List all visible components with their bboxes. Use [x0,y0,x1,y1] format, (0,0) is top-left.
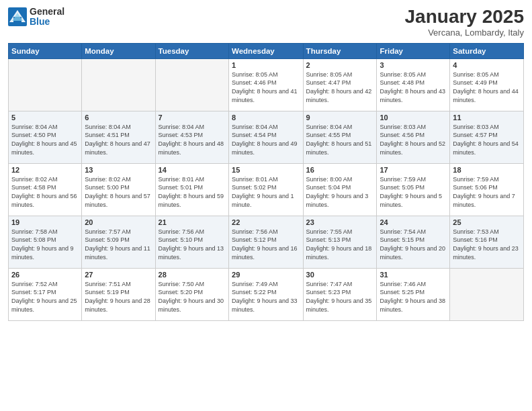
day-number: 28 [159,271,226,279]
table-cell: 29Sunrise: 7:49 AM Sunset: 5:22 PM Dayli… [229,268,304,320]
table-cell: 28Sunrise: 7:50 AM Sunset: 5:20 PM Dayli… [155,268,228,320]
day-number: 18 [453,166,521,174]
table-cell: 21Sunrise: 7:56 AM Sunset: 5:10 PM Dayli… [155,216,228,268]
day-info: Sunrise: 7:49 AM Sunset: 5:22 PM Dayligh… [232,280,300,314]
day-info: Sunrise: 8:05 AM Sunset: 4:46 PM Dayligh… [232,71,300,104]
day-number: 2 [306,61,374,69]
day-info: Sunrise: 7:55 AM Sunset: 5:13 PM Dayligh… [306,228,374,261]
day-number: 19 [11,218,79,226]
day-info: Sunrise: 7:59 AM Sunset: 5:05 PM Dayligh… [380,175,447,209]
day-number: 11 [453,113,521,122]
logo: General Blue [8,7,64,28]
table-cell: 11Sunrise: 8:03 AM Sunset: 4:57 PM Dayli… [450,111,524,163]
day-number: 31 [380,271,447,279]
logo-icon [8,7,27,26]
day-info: Sunrise: 8:05 AM Sunset: 4:47 PM Dayligh… [306,71,374,104]
header-friday: Friday [377,43,450,58]
day-info: Sunrise: 8:04 AM Sunset: 4:51 PM Dayligh… [85,123,152,156]
day-number: 8 [232,113,300,122]
day-number: 4 [453,61,521,69]
table-cell: 1Sunrise: 8:05 AM Sunset: 4:46 PM Daylig… [229,58,304,111]
table-cell: 31Sunrise: 7:46 AM Sunset: 5:25 PM Dayli… [377,268,450,320]
logo-text: General Blue [30,7,64,28]
title-block: January 2025 Vercana, Lombardy, Italy [405,7,524,38]
day-number: 13 [85,166,152,174]
day-info: Sunrise: 7:57 AM Sunset: 5:09 PM Dayligh… [85,228,152,261]
table-cell: 23Sunrise: 7:55 AM Sunset: 5:13 PM Dayli… [303,216,377,268]
calendar-table: Sunday Monday Tuesday Wednesday Thursday… [8,43,524,321]
day-info: Sunrise: 7:53 AM Sunset: 5:16 PM Dayligh… [453,228,521,261]
table-cell [9,58,82,111]
header-saturday: Saturday [450,43,524,58]
week-row-3: 12Sunrise: 8:02 AM Sunset: 4:58 PM Dayli… [9,163,524,216]
day-info: Sunrise: 8:04 AM Sunset: 4:55 PM Dayligh… [306,123,374,156]
table-cell: 4Sunrise: 8:05 AM Sunset: 4:49 PM Daylig… [450,58,524,111]
table-cell: 30Sunrise: 7:47 AM Sunset: 5:23 PM Dayli… [303,268,377,320]
day-number: 20 [85,218,152,226]
table-cell: 17Sunrise: 7:59 AM Sunset: 5:05 PM Dayli… [377,163,450,216]
header-wednesday: Wednesday [229,43,304,58]
day-number: 30 [306,271,374,279]
day-info: Sunrise: 7:46 AM Sunset: 5:25 PM Dayligh… [380,280,447,314]
day-info: Sunrise: 8:00 AM Sunset: 5:04 PM Dayligh… [306,175,374,209]
day-info: Sunrise: 8:03 AM Sunset: 4:57 PM Dayligh… [453,123,521,156]
weekday-header-row: Sunday Monday Tuesday Wednesday Thursday… [9,43,524,58]
day-number: 21 [159,218,226,226]
table-cell: 12Sunrise: 8:02 AM Sunset: 4:58 PM Dayli… [9,163,82,216]
week-row-2: 5Sunrise: 8:04 AM Sunset: 4:50 PM Daylig… [9,111,524,163]
table-cell: 25Sunrise: 7:53 AM Sunset: 5:16 PM Dayli… [450,216,524,268]
header-tuesday: Tuesday [155,43,228,58]
day-info: Sunrise: 7:56 AM Sunset: 5:10 PM Dayligh… [159,228,226,261]
table-cell: 20Sunrise: 7:57 AM Sunset: 5:09 PM Dayli… [82,216,155,268]
week-row-5: 26Sunrise: 7:52 AM Sunset: 5:17 PM Dayli… [9,268,524,320]
day-number: 15 [232,166,300,174]
table-cell: 10Sunrise: 8:03 AM Sunset: 4:56 PM Dayli… [377,111,450,163]
day-info: Sunrise: 7:52 AM Sunset: 5:17 PM Dayligh… [11,280,79,314]
day-number: 17 [380,166,447,174]
day-number: 3 [380,61,447,69]
day-info: Sunrise: 8:03 AM Sunset: 4:56 PM Dayligh… [380,123,447,156]
day-info: Sunrise: 8:02 AM Sunset: 4:58 PM Dayligh… [11,175,79,209]
day-info: Sunrise: 8:01 AM Sunset: 5:01 PM Dayligh… [159,175,226,209]
table-cell: 18Sunrise: 7:59 AM Sunset: 5:06 PM Dayli… [450,163,524,216]
day-number: 24 [380,218,447,226]
day-number: 26 [11,271,79,279]
day-number: 1 [232,61,300,69]
day-info: Sunrise: 8:04 AM Sunset: 4:50 PM Dayligh… [11,123,79,156]
day-info: Sunrise: 8:05 AM Sunset: 4:48 PM Dayligh… [380,71,447,104]
day-number: 22 [232,218,300,226]
header-thursday: Thursday [303,43,377,58]
day-number: 29 [232,271,300,279]
table-cell: 22Sunrise: 7:56 AM Sunset: 5:12 PM Dayli… [229,216,304,268]
day-number: 9 [306,113,374,122]
table-cell: 3Sunrise: 8:05 AM Sunset: 4:48 PM Daylig… [377,58,450,111]
table-cell: 5Sunrise: 8:04 AM Sunset: 4:50 PM Daylig… [9,111,82,163]
logo-general: General [30,7,64,17]
table-cell: 16Sunrise: 8:00 AM Sunset: 5:04 PM Dayli… [303,163,377,216]
table-cell: 14Sunrise: 8:01 AM Sunset: 5:01 PM Dayli… [155,163,228,216]
location: Vercana, Lombardy, Italy [405,28,524,38]
day-info: Sunrise: 7:47 AM Sunset: 5:23 PM Dayligh… [306,280,374,314]
table-cell: 26Sunrise: 7:52 AM Sunset: 5:17 PM Dayli… [9,268,82,320]
week-row-1: 1Sunrise: 8:05 AM Sunset: 4:46 PM Daylig… [9,58,524,111]
day-number: 16 [306,166,374,174]
day-number: 23 [306,218,374,226]
day-number: 7 [159,113,226,122]
table-cell: 19Sunrise: 7:58 AM Sunset: 5:08 PM Dayli… [9,216,82,268]
table-cell: 2Sunrise: 8:05 AM Sunset: 4:47 PM Daylig… [303,58,377,111]
table-cell: 9Sunrise: 8:04 AM Sunset: 4:55 PM Daylig… [303,111,377,163]
header-sunday: Sunday [9,43,82,58]
table-cell: 27Sunrise: 7:51 AM Sunset: 5:19 PM Dayli… [82,268,155,320]
day-info: Sunrise: 8:05 AM Sunset: 4:49 PM Dayligh… [453,71,521,104]
day-info: Sunrise: 8:04 AM Sunset: 4:53 PM Dayligh… [159,123,226,156]
day-info: Sunrise: 8:01 AM Sunset: 5:02 PM Dayligh… [232,175,300,209]
logo-blue: Blue [30,17,64,27]
day-number: 25 [453,218,521,226]
day-info: Sunrise: 7:58 AM Sunset: 5:08 PM Dayligh… [11,228,79,261]
table-cell: 8Sunrise: 8:04 AM Sunset: 4:54 PM Daylig… [229,111,304,163]
table-cell [450,268,524,320]
header-row: General Blue January 2025 Vercana, Lomba… [8,7,524,38]
month-title: January 2025 [405,7,524,28]
table-cell: 6Sunrise: 8:04 AM Sunset: 4:51 PM Daylig… [82,111,155,163]
day-info: Sunrise: 7:56 AM Sunset: 5:12 PM Dayligh… [232,228,300,261]
